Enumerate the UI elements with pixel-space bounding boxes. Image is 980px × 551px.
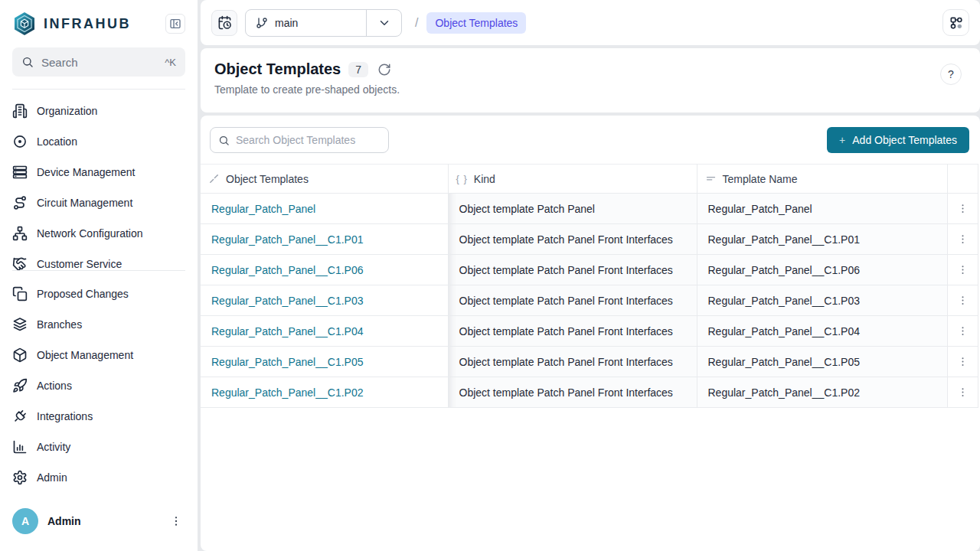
sidebar-item-label: Network Configuration bbox=[37, 227, 143, 240]
page-header: Object Templates 7 Template to create pr… bbox=[201, 48, 980, 112]
object-search-input[interactable] bbox=[236, 134, 381, 146]
cube-icon bbox=[12, 347, 28, 363]
sidebar-item-label: Integrations bbox=[37, 410, 93, 422]
search-icon bbox=[21, 56, 34, 68]
sidebar-item-label: Proposed Changes bbox=[37, 288, 129, 300]
sidebar-item-object-management[interactable]: Object Management bbox=[0, 340, 198, 370]
table-toolbar: + Add Object Templates bbox=[201, 127, 980, 153]
table-row[interactable]: Regular_Patch_Panel__C1.P05 Object templ… bbox=[201, 347, 978, 377]
table-body: Regular_Patch_Panel Object template Patc… bbox=[201, 194, 978, 408]
branch-selector[interactable]: main bbox=[245, 9, 402, 37]
sidebar-search[interactable]: Search ^K bbox=[12, 47, 185, 77]
table-row[interactable]: Regular_Patch_Panel__C1.P06 Object templ… bbox=[201, 255, 978, 285]
breadcrumb-object-templates[interactable]: Object Templates bbox=[426, 12, 526, 34]
chevron-down-icon bbox=[377, 16, 391, 30]
schema-button[interactable] bbox=[942, 9, 969, 36]
content-panel: + Add Object Templates Object Templates bbox=[201, 116, 980, 551]
server-icon bbox=[12, 165, 28, 180]
table-row[interactable]: Regular_Patch_Panel__C1.P01 Object templ… bbox=[201, 224, 978, 255]
avatar: A bbox=[12, 508, 38, 534]
row-actions-button[interactable] bbox=[952, 259, 973, 280]
help-button[interactable]: ? bbox=[940, 64, 962, 85]
object-template-link[interactable]: Regular_Patch_Panel bbox=[211, 203, 315, 215]
object-template-link[interactable]: Regular_Patch_Panel__C1.P02 bbox=[211, 386, 363, 399]
plug-icon bbox=[12, 409, 28, 424]
sidebar-item-customer-service[interactable]: Customer Service bbox=[0, 249, 198, 270]
kind-cell: Object template Patch Panel Front Interf… bbox=[448, 255, 697, 285]
refresh-icon bbox=[377, 63, 391, 77]
git-branch-icon bbox=[256, 17, 268, 29]
object-template-link[interactable]: Regular_Patch_Panel__C1.P04 bbox=[211, 325, 363, 337]
sidebar-item-label: Branches bbox=[37, 318, 82, 331]
layers-icon bbox=[12, 317, 28, 332]
row-actions-button[interactable] bbox=[952, 290, 973, 311]
object-template-link[interactable]: Regular_Patch_Panel__C1.P05 bbox=[211, 356, 363, 368]
kebab-icon bbox=[957, 264, 969, 276]
object-template-link[interactable]: Regular_Patch_Panel__C1.P01 bbox=[211, 233, 363, 246]
gear-icon bbox=[12, 470, 28, 485]
branch-dropdown-toggle[interactable] bbox=[366, 10, 401, 36]
sidebar: INFRAHUB Search ^K Organization Location bbox=[0, 0, 198, 551]
table-row[interactable]: Regular_Patch_Panel__C1.P03 Object templ… bbox=[201, 285, 978, 316]
object-template-link[interactable]: Regular_Patch_Panel__C1.P03 bbox=[211, 295, 363, 307]
sidebar-item-admin[interactable]: Admin bbox=[0, 462, 198, 493]
sidebar-item-network-configuration[interactable]: Network Configuration bbox=[0, 218, 198, 249]
sidebar-item-location[interactable]: Location bbox=[0, 126, 198, 157]
column-header-object-templates: Object Templates bbox=[201, 165, 448, 194]
kind-cell: Object template Patch Panel Front Interf… bbox=[448, 316, 697, 347]
table-header-row: Object Templates { } Kind bbox=[201, 165, 978, 194]
table-row[interactable]: Regular_Patch_Panel__C1.P04 Object templ… bbox=[201, 316, 978, 347]
template-name-cell: Regular_Patch_Panel__C1.P04 bbox=[697, 316, 947, 347]
location-icon bbox=[12, 134, 28, 149]
sidebar-menu-secondary: Proposed Changes Branches Object Managem… bbox=[0, 271, 198, 493]
count-badge: 7 bbox=[348, 62, 368, 77]
refresh-button[interactable] bbox=[376, 61, 393, 78]
diff-icon bbox=[12, 286, 28, 302]
sidebar-item-circuit-management[interactable]: Circuit Management bbox=[0, 187, 198, 218]
sidebar-item-proposed-changes[interactable]: Proposed Changes bbox=[0, 279, 198, 309]
main-area: main / Object Templates Object Templates… bbox=[201, 0, 980, 551]
column-header-kind: { } Kind bbox=[448, 165, 697, 194]
kebab-icon bbox=[957, 203, 969, 214]
panel-collapse-icon bbox=[169, 18, 181, 30]
sidebar-item-label: Organization bbox=[37, 105, 97, 117]
template-name-cell: Regular_Patch_Panel__C1.P05 bbox=[697, 347, 947, 377]
sidebar-item-device-management[interactable]: Device Management bbox=[0, 157, 198, 187]
logo-row: INFRAHUB bbox=[0, 0, 198, 46]
row-actions-button[interactable] bbox=[952, 382, 973, 403]
search-icon bbox=[218, 135, 230, 146]
add-object-templates-button[interactable]: + Add Object Templates bbox=[827, 127, 969, 153]
breadcrumb-separator: / bbox=[415, 16, 418, 30]
table-row[interactable]: Regular_Patch_Panel__C1.P02 Object templ… bbox=[201, 377, 978, 408]
bar-chart-icon bbox=[12, 439, 28, 455]
date-time-button[interactable] bbox=[211, 10, 237, 36]
sidebar-item-branches[interactable]: Branches bbox=[0, 309, 198, 340]
schema-icon bbox=[949, 15, 964, 31]
table-row[interactable]: Regular_Patch_Panel Object template Patc… bbox=[201, 194, 978, 224]
object-templates-table: Object Templates { } Kind bbox=[201, 164, 978, 408]
row-actions-button[interactable] bbox=[952, 321, 973, 341]
kind-cell: Object template Patch Panel bbox=[448, 194, 697, 224]
kebab-icon bbox=[957, 295, 969, 306]
sidebar-item-label: Admin bbox=[37, 471, 67, 484]
row-actions-button[interactable] bbox=[952, 229, 973, 249]
object-template-link[interactable]: Regular_Patch_Panel__C1.P06 bbox=[211, 264, 363, 276]
row-actions-button[interactable] bbox=[952, 198, 973, 219]
sidebar-item-activity[interactable]: Activity bbox=[0, 432, 198, 462]
template-name-cell: Regular_Patch_Panel__C1.P03 bbox=[697, 285, 947, 316]
row-actions-button[interactable] bbox=[952, 351, 973, 372]
sidebar-item-label: Object Management bbox=[37, 349, 133, 361]
sidebar-item-organization[interactable]: Organization bbox=[0, 96, 198, 126]
sidebar-item-integrations[interactable]: Integrations bbox=[0, 401, 198, 432]
kebab-icon bbox=[957, 325, 969, 337]
template-name-cell: Regular_Patch_Panel__C1.P06 bbox=[697, 255, 947, 285]
add-button-label: Add Object Templates bbox=[852, 134, 957, 146]
user-menu-button[interactable] bbox=[167, 512, 185, 530]
sidebar-item-label: Device Management bbox=[37, 166, 135, 178]
sidebar-collapse-button[interactable] bbox=[165, 14, 185, 34]
relationship-icon bbox=[208, 173, 220, 184]
sidebar-item-actions[interactable]: Actions bbox=[0, 370, 198, 401]
braces-icon: { } bbox=[456, 173, 468, 184]
kind-cell: Object template Patch Panel Front Interf… bbox=[448, 224, 697, 255]
plus-icon: + bbox=[839, 134, 845, 146]
